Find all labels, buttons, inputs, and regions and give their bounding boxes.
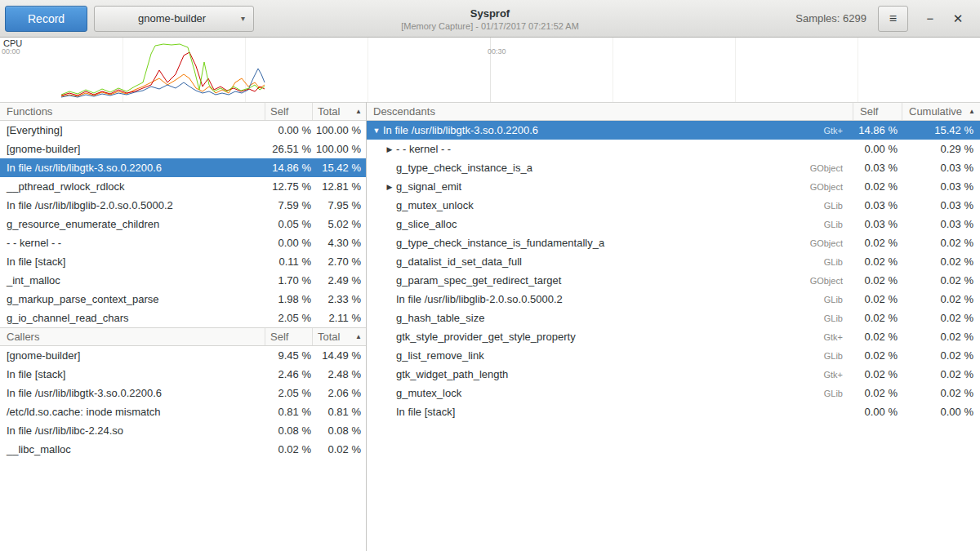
self-percent: 26.51 %: [265, 143, 315, 155]
cumulative-percent: 0.00 %: [902, 406, 980, 418]
table-row[interactable]: [Everything]0.00 %100.00 %: [0, 121, 366, 140]
self-percent: 0.05 %: [265, 218, 315, 230]
table-row[interactable]: /etc/ld.so.cache: inode mismatch0.81 %0.…: [0, 402, 366, 421]
minimize-button[interactable]: −: [920, 11, 941, 25]
total-percent: 100.00 %: [315, 143, 366, 155]
tree-row[interactable]: gtk_widget_path_lengthGtk+0.02 %0.02 %: [367, 365, 980, 384]
function-name: In file /usr/lib/libglib-2.0.so.0.5000.2: [396, 293, 824, 305]
title-block: Sysprof [Memory Capture] - 01/17/2017 07…: [401, 7, 579, 30]
app-title: Sysprof: [401, 7, 579, 19]
function-name: g_hash_table_size: [396, 312, 824, 324]
function-name: g_resource_enumerate_children: [0, 218, 265, 230]
main-panes: Functions Self Total ▲ [Everything]0.00 …: [0, 102, 980, 551]
self-percent: 0.02 %: [853, 312, 902, 324]
table-row[interactable]: g_markup_parse_context_parse1.98 %2.33 %: [0, 290, 366, 309]
function-name: __pthread_rwlock_rdlock: [0, 180, 265, 193]
tree-row[interactable]: g_param_spec_get_redirect_targetGObject0…: [367, 271, 980, 290]
table-row[interactable]: __pthread_rwlock_rdlock12.75 %12.81 %: [0, 177, 366, 196]
tree-row[interactable]: g_slice_allocGLib0.03 %0.03 %: [367, 215, 980, 233]
cumulative-column-header[interactable]: Cumulative ▲: [902, 103, 980, 120]
samples-count: Samples: 6299: [795, 12, 866, 24]
self-percent: 7.59 %: [265, 199, 315, 211]
table-row[interactable]: In file [stack]2.46 %2.48 %: [0, 365, 366, 384]
library-badge: GLib: [824, 295, 853, 304]
expander-icon[interactable]: ▶: [383, 183, 396, 191]
total-percent: 12.81 %: [315, 180, 366, 193]
tree-row[interactable]: gtk_style_provider_get_style_propertyGtk…: [367, 327, 980, 346]
tree-row[interactable]: g_mutex_lockGLib0.02 %0.02 %: [367, 384, 980, 402]
functions-column-header[interactable]: Functions: [0, 103, 265, 120]
self-percent: 0.02 %: [853, 387, 902, 399]
function-name: g_param_spec_get_redirect_target: [396, 274, 810, 287]
cumulative-percent: 0.03 %: [902, 162, 980, 174]
library-badge: GLib: [824, 220, 853, 229]
cumulative-percent: 0.02 %: [902, 387, 980, 399]
cpu-graph[interactable]: CPU 00:00 00:30: [0, 38, 980, 102]
function-name: g_markup_parse_context_parse: [0, 293, 265, 305]
cumulative-percent: 0.02 %: [902, 349, 980, 362]
library-badge: GLib: [824, 351, 853, 361]
table-row[interactable]: In file /usr/lib/libc-2.24.so0.08 %0.08 …: [0, 421, 366, 440]
self-percent: 0.00 %: [853, 406, 902, 418]
self-percent: 0.02 %: [265, 443, 315, 455]
table-row[interactable]: _int_malloc1.70 %2.49 %: [0, 271, 366, 290]
time-tick-start: 00:00: [2, 47, 20, 56]
tree-row[interactable]: g_datalist_id_set_data_fullGLib0.02 %0.0…: [367, 252, 980, 271]
callers-list: [gnome-builder]9.45 %14.49 %In file [sta…: [0, 346, 366, 459]
callers-header: Callers Self Total ▲: [0, 327, 366, 346]
record-button[interactable]: Record: [5, 6, 87, 32]
function-name: In file /usr/lib/libgtk-3.so.0.2200.6: [0, 387, 265, 399]
table-row[interactable]: [gnome-builder]9.45 %14.49 %: [0, 346, 366, 365]
tree-row[interactable]: g_hash_table_sizeGLib0.02 %0.02 %: [367, 309, 980, 327]
self-percent: 0.03 %: [853, 218, 902, 230]
descendants-column-header[interactable]: Descendants: [367, 103, 853, 120]
self-percent: 0.81 %: [265, 406, 315, 418]
process-selector[interactable]: gnome-builder ▾: [94, 6, 254, 32]
self-percent: 0.02 %: [853, 293, 902, 305]
self-percent: 0.00 %: [265, 124, 315, 136]
table-row[interactable]: In file /usr/lib/libgtk-3.so.0.2200.614.…: [0, 158, 366, 177]
tree-row[interactable]: g_list_remove_linkGLib0.02 %0.02 %: [367, 346, 980, 365]
close-button[interactable]: ✕: [947, 11, 969, 26]
self-percent: 0.08 %: [265, 424, 315, 437]
function-name: In file /usr/lib/libc-2.24.so: [0, 424, 265, 437]
self-column-header[interactable]: Self: [853, 103, 902, 120]
cumulative-percent: 0.02 %: [902, 368, 980, 380]
table-row[interactable]: g_io_channel_read_chars2.05 %2.11 %: [0, 309, 366, 327]
expander-icon[interactable]: ▶: [383, 145, 396, 153]
tree-row[interactable]: g_type_check_instance_is_fundamentally_a…: [367, 233, 980, 252]
library-badge: GLib: [824, 201, 853, 211]
tree-row[interactable]: In file /usr/lib/libglib-2.0.so.0.5000.2…: [367, 290, 980, 309]
callers-column-header[interactable]: Callers: [0, 328, 265, 345]
tree-row[interactable]: ▶g_signal_emitGObject0.02 %0.03 %: [367, 177, 980, 196]
table-row[interactable]: In file /usr/lib/libglib-2.0.so.0.5000.2…: [0, 196, 366, 215]
total-column-header[interactable]: Total ▲: [312, 103, 366, 120]
library-badge: Gtk+: [823, 370, 853, 380]
menu-button[interactable]: ≡: [878, 6, 908, 32]
table-row[interactable]: In file [stack]0.11 %2.70 %: [0, 252, 366, 271]
self-column-header[interactable]: Self: [265, 328, 312, 345]
library-badge: GObject: [810, 276, 853, 286]
tree-row[interactable]: In file [stack]0.00 %0.00 %: [367, 402, 980, 421]
library-badge: GLib: [824, 257, 853, 267]
library-badge: GLib: [824, 389, 853, 398]
function-name: In file [stack]: [396, 406, 853, 418]
library-badge: GObject: [810, 182, 853, 192]
tree-row[interactable]: g_type_check_instance_is_aGObject0.03 %0…: [367, 158, 980, 177]
expander-icon[interactable]: ▼: [370, 127, 383, 135]
total-column-header[interactable]: Total ▲: [312, 328, 366, 345]
tree-row[interactable]: ▶- - kernel - -0.00 %0.29 %: [367, 140, 980, 158]
total-percent: 7.95 %: [315, 199, 366, 211]
self-percent: 2.05 %: [265, 387, 315, 399]
table-row[interactable]: In file /usr/lib/libgtk-3.so.0.2200.62.0…: [0, 384, 366, 402]
table-row[interactable]: g_resource_enumerate_children0.05 %5.02 …: [0, 215, 366, 233]
cpu-red: [61, 52, 265, 96]
table-row[interactable]: [gnome-builder]26.51 %100.00 %: [0, 140, 366, 158]
table-row[interactable]: __libc_malloc0.02 %0.02 %: [0, 440, 366, 459]
library-badge: Gtk+: [823, 126, 853, 136]
self-column-header[interactable]: Self: [265, 103, 312, 120]
tree-row[interactable]: ▼In file /usr/lib/libgtk-3.so.0.2200.6Gt…: [367, 121, 980, 140]
table-row[interactable]: - - kernel - -0.00 %4.30 %: [0, 233, 366, 252]
tree-row[interactable]: g_mutex_unlockGLib0.03 %0.03 %: [367, 196, 980, 215]
function-name: [Everything]: [0, 124, 265, 136]
